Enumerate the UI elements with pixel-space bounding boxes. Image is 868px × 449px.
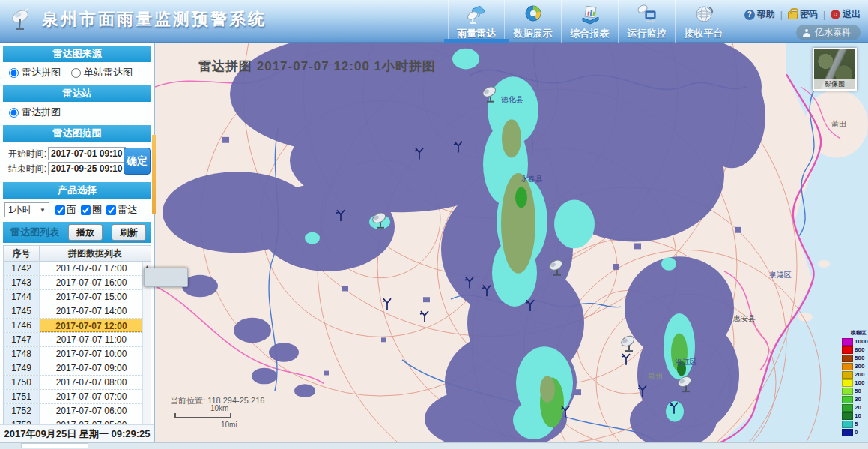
panel-header-station: 雷达站 (3, 85, 151, 102)
product-row: 1小时 ▼ 面 圈 雷达 (0, 199, 154, 220)
list-item[interactable]: 17502017-07-07 08:00 (4, 376, 151, 390)
list-item[interactable]: 17512017-07-07 07:00 (4, 390, 151, 404)
logout-link[interactable]: ○ 退出 (831, 8, 861, 21)
legend-swatch (842, 379, 853, 387)
legend-swatch (842, 421, 853, 428)
legend-swatch (842, 412, 853, 420)
list-item-selected[interactable]: 17462017-07-07 12:00 (4, 319, 151, 333)
legend-row: 10 (842, 412, 868, 420)
legend-row: 800 (842, 346, 868, 354)
legend-swatch (842, 363, 853, 370)
place-label: 泉港区 (768, 271, 792, 279)
checkbox-label: 面 (67, 203, 76, 217)
divider: | (780, 10, 783, 20)
rainfall-legend: 模糊区 1000 800 500 300 200 100 50 30 20 10… (842, 329, 868, 436)
list-scrollbar[interactable]: ▲ ▼ (142, 262, 151, 433)
checkbox-label: 圈 (92, 203, 102, 217)
scale-bar: 10km 10mi (174, 413, 231, 418)
nav-label: 数据展示 (514, 27, 553, 40)
logout-icon: ○ (831, 10, 840, 19)
sidebar-collapse-handle[interactable] (152, 135, 156, 214)
legend-row: 50 (842, 387, 868, 395)
start-time-input[interactable] (48, 147, 126, 160)
report-icon (579, 3, 601, 25)
checkbox-surface-input[interactable] (55, 205, 65, 215)
list-title: 雷达图列表 (10, 226, 59, 239)
monitor-icon (636, 3, 658, 25)
scale-mi-label: 10mi (221, 421, 237, 429)
end-time-input[interactable] (48, 162, 126, 175)
col-seq: 序号 (4, 246, 40, 261)
list-item[interactable]: 17482017-07-07 10:00 (4, 347, 151, 361)
nav-receive-platform[interactable]: 接收平台 (676, 0, 732, 43)
play-button[interactable]: 播放 (68, 224, 103, 241)
nav-label: 接收平台 (685, 27, 723, 40)
list-item[interactable]: 17522017-07-07 06:00 (4, 404, 151, 418)
place-label: 洛江区 (675, 358, 697, 366)
radio-mosaic-input[interactable] (9, 68, 19, 78)
radar-map-canvas[interactable]: 德化县 永春县 莆田 泉港区 惠安县 洛江区 泉州 (155, 43, 868, 442)
checkbox-radar-input[interactable] (106, 205, 116, 215)
confirm-button[interactable]: 确定 (124, 148, 151, 175)
password-label: 密码 (800, 8, 818, 21)
place-label: 泉州 (647, 373, 663, 381)
col-data: 拼图数据列表 (40, 246, 151, 261)
legend-row: 500 (842, 354, 868, 362)
scale-line (174, 413, 231, 418)
place-label: 莆田 (831, 120, 846, 128)
radar-list-table: 序号 拼图数据列表 17422017-07-07 17:00 17432017-… (3, 245, 151, 433)
nav-label: 综合报表 (571, 27, 610, 40)
checkbox-surface[interactable]: 面 (55, 203, 76, 217)
radio-mosaic[interactable]: 雷达拼图 (9, 66, 61, 79)
nav-data-display[interactable]: 数据展示 (505, 0, 562, 43)
radio-station-input[interactable] (9, 108, 19, 118)
chevron-down-icon: ▼ (40, 207, 46, 214)
map-area[interactable]: 德化县 永春县 莆田 泉港区 惠安县 洛江区 泉州 雷达拼图 2017-07-0… (155, 43, 868, 442)
checkbox-ring-input[interactable] (81, 205, 91, 215)
radio-single-input[interactable] (71, 68, 81, 78)
radio-single-station[interactable]: 单站雷达图 (71, 66, 133, 79)
help-link[interactable]: ? 帮助 (744, 8, 775, 21)
list-item[interactable]: 17422017-07-07 17:00 (4, 262, 151, 276)
checkbox-label: 雷达 (118, 203, 137, 217)
nav-report[interactable]: 综合报表 (562, 0, 619, 43)
list-item[interactable]: 17432017-07-07 16:00 (4, 276, 151, 290)
refresh-button[interactable]: 刷新 (112, 224, 146, 241)
panel-header-range: 雷达图范围 (3, 125, 151, 142)
legend-swatch (842, 396, 853, 403)
legend-swatch (842, 388, 853, 395)
interval-dropdown[interactable]: 1小时 ▼ (4, 202, 49, 217)
scroll-thumb[interactable] (144, 268, 188, 287)
list-item[interactable]: 17492017-07-07 09:00 (4, 361, 151, 376)
list-item[interactable]: 17442017-07-07 15:00 (4, 290, 151, 304)
app-title-wrap: 泉州市面雨量监测预警系统 (7, 6, 267, 33)
checkbox-ring[interactable]: 圈 (81, 203, 102, 217)
sidebar: 雷达图来源 雷达拼图 单站雷达图 雷达站 雷达拼图 雷达图范围 开始时间: (0, 43, 155, 442)
legend-row: 20 (842, 403, 868, 412)
list-item[interactable]: 17472017-07-07 11:00 (4, 333, 151, 347)
legend-title: 模糊区 (842, 329, 868, 337)
radio-station-mosaic[interactable]: 雷达拼图 (9, 106, 61, 119)
data-display-icon (522, 3, 544, 25)
nav-rain-radar[interactable]: 雨量雷达 (448, 0, 505, 43)
start-time-label: 开始时间: (3, 148, 46, 160)
nav-monitor[interactable]: 运行监控 (619, 0, 676, 43)
user-button[interactable]: 亿水泰科 (796, 25, 861, 40)
nav-label: 雨量雷达 (457, 27, 496, 40)
place-label: 惠安县 (732, 314, 756, 322)
person-icon (803, 29, 810, 37)
basemap-imagery-toggle[interactable]: 影像图 (813, 48, 857, 91)
legend-swatch (842, 355, 853, 362)
current-position-label: 当前位置: (170, 396, 205, 405)
list-item[interactable]: 17452017-07-07 14:00 (4, 304, 151, 319)
main-nav: 雨量雷达 数据展示 综合报表 (448, 0, 732, 43)
station-options: 雷达拼图 (0, 102, 154, 122)
legend-row: 300 (842, 362, 868, 370)
legend-row: 200 (842, 370, 868, 379)
rain-radar-icon (465, 3, 488, 25)
app-title: 泉州市面雨量监测预警系统 (42, 8, 267, 31)
password-link[interactable]: 密码 (788, 8, 818, 21)
checkbox-radar[interactable]: 雷达 (106, 203, 137, 217)
page: 泉州市面雨量监测预警系统 雨量雷达 (0, 0, 868, 449)
legend-swatch (842, 346, 853, 354)
